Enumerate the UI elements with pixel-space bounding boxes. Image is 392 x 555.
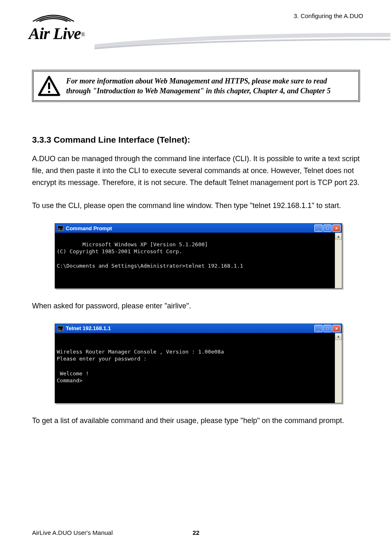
console-output: Wireless Router Manager Console , Versio… <box>57 349 224 384</box>
paragraph-password: When asked for password, please enter "a… <box>32 300 360 312</box>
scroll-up-icon[interactable]: ▲ <box>335 333 342 340</box>
warning-text: For more information about Web Managemen… <box>66 76 353 96</box>
command-prompt-titlebar: Command Prompt _ □ × <box>55 224 342 233</box>
paragraph-help: To get a list of available command and t… <box>32 415 360 427</box>
maximize-button[interactable]: □ <box>323 224 332 232</box>
footer-page-number: 22 <box>193 529 200 536</box>
cmd-icon <box>58 326 63 331</box>
minimize-button[interactable]: _ <box>314 224 323 232</box>
section-heading: 3.3.3 Command Line Interface (Telnet): <box>32 135 360 145</box>
command-prompt-window: Command Prompt _ □ × Microsoft Windows X… <box>55 223 342 289</box>
telnet-title: Telnet 192.168.1.1 <box>66 325 111 331</box>
brand-logo: Air Live® <box>29 12 85 43</box>
svg-rect-1 <box>48 91 50 93</box>
console-output: Microsoft Windows XP [Version 5.1.2600] … <box>57 241 243 269</box>
warning-callout: For more information about Web Managemen… <box>32 70 360 102</box>
cmd-icon <box>58 226 63 231</box>
scroll-up-icon[interactable]: ▲ <box>335 233 342 240</box>
maximize-button[interactable]: □ <box>323 325 332 332</box>
telnet-titlebar: Telnet 192.168.1.1 _ □ × <box>55 324 342 333</box>
footer-manual-name: AirLive A.DUO User's Manual <box>32 529 113 536</box>
scrollbar[interactable]: ▲ <box>335 333 342 403</box>
page-footer: AirLive A.DUO User's Manual 22 <box>32 529 360 536</box>
paragraph-cli-start: To use the CLI, please open the command … <box>32 200 360 212</box>
scrollbar[interactable]: ▲ <box>335 233 342 288</box>
scroll-track-gap <box>335 240 342 288</box>
chapter-reference: 3. Configuring the A.DUO <box>294 12 363 19</box>
logo-text: Air Live <box>29 24 81 43</box>
paragraph-intro: A.DUO can be managed through the command… <box>32 153 360 188</box>
close-button[interactable]: × <box>332 325 341 332</box>
command-prompt-body: Microsoft Windows XP [Version 5.1.2600] … <box>55 233 342 288</box>
command-prompt-title: Command Prompt <box>66 225 112 231</box>
scroll-track-gap <box>335 340 342 403</box>
minimize-button[interactable]: _ <box>314 325 323 332</box>
svg-rect-0 <box>48 83 50 89</box>
logo-arcs-icon <box>29 12 78 22</box>
telnet-window: Telnet 192.168.1.1 _ □ × Wireless Router… <box>55 324 342 403</box>
warning-triangle-icon <box>38 76 60 96</box>
telnet-body: Wireless Router Manager Console , Versio… <box>55 333 342 403</box>
registered-mark: ® <box>81 32 85 38</box>
close-button[interactable]: × <box>332 224 341 232</box>
header-swoosh <box>95 32 390 52</box>
